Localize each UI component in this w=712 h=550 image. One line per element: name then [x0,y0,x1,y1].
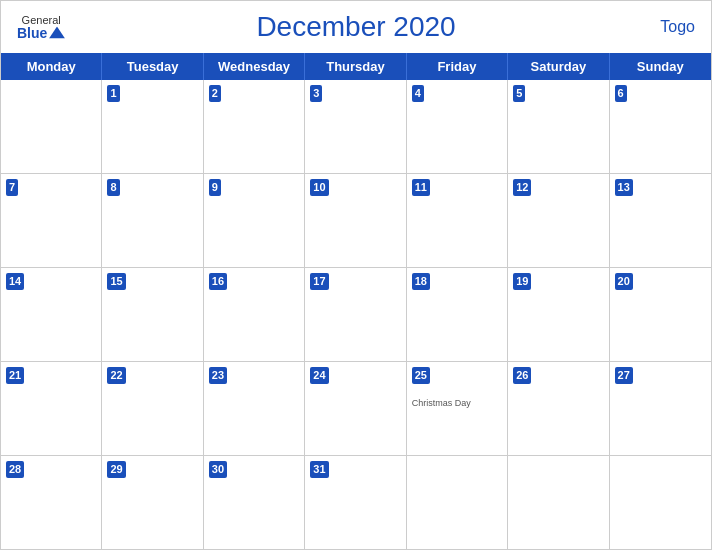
day-cell: 5 [508,80,609,173]
day-number: 1 [107,85,119,102]
day-header: Tuesday [102,53,203,80]
day-number: 5 [513,85,525,102]
day-number: 17 [310,273,328,290]
day-cell: 24 [305,362,406,455]
day-cell: 10 [305,174,406,267]
day-cell: 9 [204,174,305,267]
day-cell: 18 [407,268,508,361]
day-number: 27 [615,367,633,384]
week-row: 123456 [1,80,711,174]
day-number: 20 [615,273,633,290]
event-label: Christmas Day [412,398,502,408]
calendar-grid: MondayTuesdayWednesdayThursdayFridaySatu… [1,53,711,549]
day-cell: 20 [610,268,711,361]
day-cell: 17 [305,268,406,361]
day-number: 10 [310,179,328,196]
day-number: 15 [107,273,125,290]
day-cell: 11 [407,174,508,267]
day-number: 29 [107,461,125,478]
day-number: 19 [513,273,531,290]
day-number: 25 [412,367,430,384]
day-header: Monday [1,53,102,80]
day-number: 28 [6,461,24,478]
calendar-header: General Blue December 2020 Togo [1,1,711,53]
day-number: 13 [615,179,633,196]
day-number: 24 [310,367,328,384]
weeks-container: 1234567891011121314151617181920212223242… [1,80,711,549]
day-cell: 4 [407,80,508,173]
day-number: 18 [412,273,430,290]
day-cell: 16 [204,268,305,361]
day-number: 12 [513,179,531,196]
day-cell: 12 [508,174,609,267]
day-header: Wednesday [204,53,305,80]
week-row: 2122232425Christmas Day2627 [1,362,711,456]
day-cell: 3 [305,80,406,173]
day-number: 26 [513,367,531,384]
day-number: 8 [107,179,119,196]
day-cell: 2 [204,80,305,173]
day-header: Friday [407,53,508,80]
day-number: 23 [209,367,227,384]
day-cell [1,80,102,173]
day-cell: 13 [610,174,711,267]
day-cell: 23 [204,362,305,455]
day-number: 30 [209,461,227,478]
day-cell: 7 [1,174,102,267]
day-cell: 30 [204,456,305,549]
svg-marker-0 [49,27,65,39]
day-number: 22 [107,367,125,384]
day-cell: 26 [508,362,609,455]
day-number: 6 [615,85,627,102]
day-number: 7 [6,179,18,196]
week-row: 28293031 [1,456,711,549]
day-cell: 27 [610,362,711,455]
day-cell: 15 [102,268,203,361]
day-number: 14 [6,273,24,290]
day-cell: 6 [610,80,711,173]
day-cell: 1 [102,80,203,173]
week-row: 78910111213 [1,174,711,268]
day-cell [407,456,508,549]
day-header: Saturday [508,53,609,80]
day-cell [610,456,711,549]
day-number: 4 [412,85,424,102]
day-number: 31 [310,461,328,478]
day-cell: 21 [1,362,102,455]
day-cell: 28 [1,456,102,549]
day-cell: 31 [305,456,406,549]
calendar-container: General Blue December 2020 Togo MondayTu… [0,0,712,550]
day-number: 21 [6,367,24,384]
day-headers-row: MondayTuesdayWednesdayThursdayFridaySatu… [1,53,711,80]
logo-blue-text: Blue [17,26,47,40]
week-row: 14151617181920 [1,268,711,362]
day-number: 11 [412,179,430,196]
day-cell: 29 [102,456,203,549]
day-number: 9 [209,179,221,196]
logo: General Blue [17,15,65,40]
day-number: 16 [209,273,227,290]
day-cell: 8 [102,174,203,267]
day-cell: 25Christmas Day [407,362,508,455]
day-cell: 22 [102,362,203,455]
day-cell: 19 [508,268,609,361]
day-number: 3 [310,85,322,102]
country-label: Togo [660,18,695,36]
day-header: Thursday [305,53,406,80]
day-cell: 14 [1,268,102,361]
calendar-title: December 2020 [256,11,455,43]
day-header: Sunday [610,53,711,80]
logo-icon [49,27,65,39]
day-cell [508,456,609,549]
day-number: 2 [209,85,221,102]
